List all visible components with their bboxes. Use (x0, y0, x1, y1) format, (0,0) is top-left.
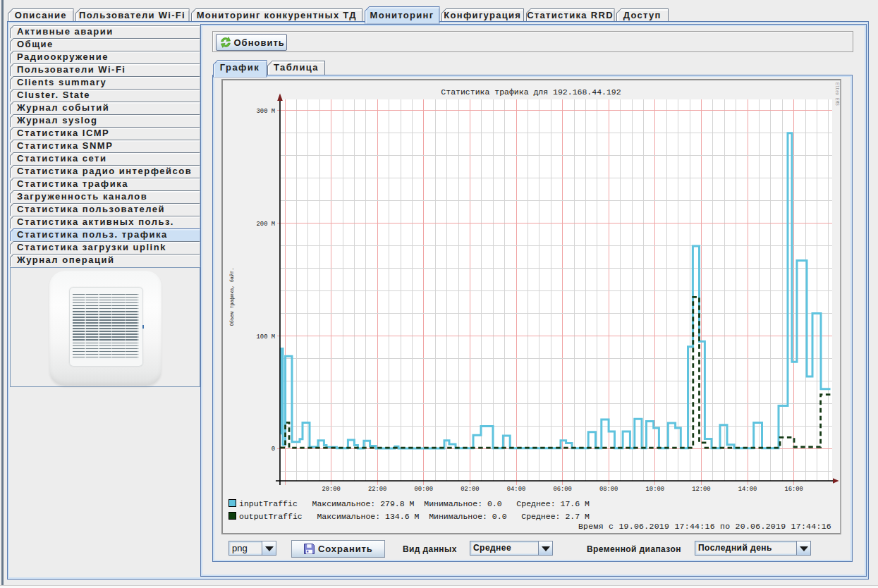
svg-text:02:00: 02:00 (461, 486, 479, 493)
svg-text:outputTraffic Максимальное:: outputTraffic Максимальное: 134.6 М Мини… (239, 512, 590, 521)
svg-text:Время с 19.06.2019 17:44:16 по: Время с 19.06.2019 17:44:16 по 20.06.201… (578, 522, 831, 531)
svg-text:06:00: 06:00 (553, 486, 571, 493)
svg-text:08:00: 08:00 (599, 486, 618, 493)
svg-text:14:00: 14:00 (738, 486, 757, 493)
svg-text:00:00: 00:00 (415, 486, 433, 493)
svg-text:12:00: 12:00 (692, 486, 710, 493)
svg-text:inputTraffic Максимальное: 2: inputTraffic Максимальное: 279.8 М Миним… (239, 499, 590, 508)
svg-text:04:00: 04:00 (507, 486, 525, 493)
svg-text:Статистика трафика для 192.168: Статистика трафика для 192.168.44.192 (441, 87, 621, 97)
svg-text:Eltex EMS: Eltex EMS (834, 82, 839, 106)
svg-text:22:00: 22:00 (368, 486, 386, 493)
svg-text:0: 0 (272, 446, 275, 453)
svg-text:100 M: 100 M (257, 333, 275, 341)
svg-text:10:00: 10:00 (646, 486, 664, 493)
svg-text:Объем трафика, байт.: Объем трафика, байт. (229, 268, 235, 326)
svg-text:16:00: 16:00 (784, 486, 803, 493)
svg-text:300 M: 300 M (257, 108, 275, 115)
svg-text:20:00: 20:00 (322, 486, 340, 493)
svg-text:200 M: 200 M (257, 221, 275, 228)
